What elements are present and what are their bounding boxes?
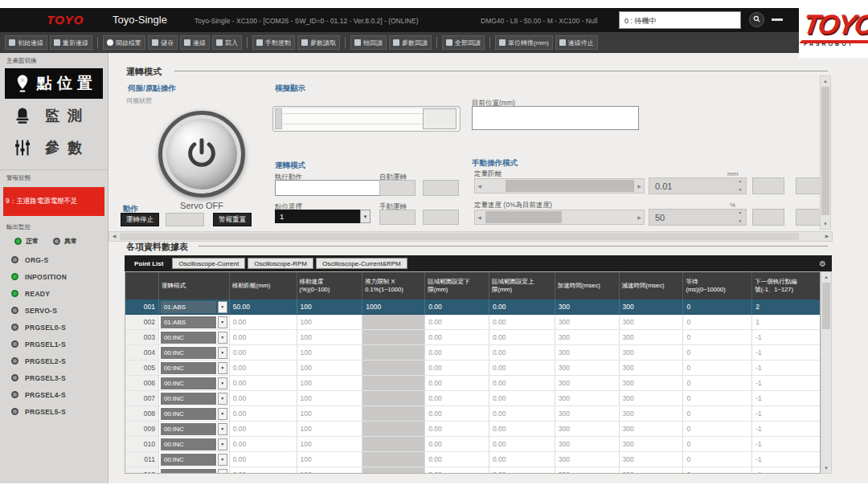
table-cell[interactable]: 0.00 [425,422,489,436]
table-cell[interactable]: 300 [555,437,620,451]
scroll-down-arrow[interactable]: ▼ [821,463,831,473]
table-cell[interactable]: 0.00 [230,422,297,436]
mode-select[interactable]: 01:ABS [161,301,216,313]
slider-thumb[interactable] [485,211,562,223]
table-cell[interactable]: 0 [683,299,752,314]
table-cell[interactable] [362,467,425,474]
table-cell[interactable]: 0.00 [489,330,555,344]
mode-dropdown-button[interactable]: ▼ [218,454,227,466]
mode-select[interactable]: 00:INC [161,393,216,405]
table-cell[interactable]: 100 [297,345,363,360]
auto-run-button-2[interactable] [423,180,459,196]
mode-select[interactable]: 00:INC [161,362,216,374]
table-cell[interactable]: -1 [752,376,820,390]
table-row[interactable]: 00700:INC▼0.001000.000.003003000-1 [125,391,820,406]
tab-point-list[interactable]: Point List [128,260,170,267]
table-cell[interactable]: 0.00 [230,376,297,390]
mode-select[interactable]: 00:INC [161,347,216,359]
toolbar-button-all-readback[interactable]: 全部回讀 [442,35,485,50]
table-cell[interactable]: 0.00 [489,422,555,436]
table-cell[interactable]: 300 [555,361,620,375]
mode-dropdown-button[interactable]: ▼ [218,393,227,405]
jog-distance-stepper[interactable]: 0.01 ▲▼ [649,177,747,194]
table-cell[interactable]: 300 [620,315,684,329]
table-cell[interactable]: -1 [752,467,820,474]
table-cell[interactable]: 0.00 [230,330,297,344]
point-select-dropdown-arrow[interactable]: ▼ [360,210,371,223]
mode-select[interactable]: 00:INC [161,408,216,420]
table-cell[interactable] [362,330,425,344]
tab-oscilloscope-current[interactable]: Oscilloscope-Current [172,258,245,269]
manual-run-button-2[interactable] [423,210,459,225]
table-cell[interactable]: 0.00 [425,315,489,329]
table-cell[interactable]: 300 [555,330,620,344]
speed-minus-button[interactable] [752,209,784,226]
table-row[interactable]: 00201:ABS▼0.001000.000.0030030001 [125,315,820,330]
table-row[interactable]: 00500:INC▼0.001000.000.003003000-1 [125,361,820,376]
toolbar-button-write[interactable]: 寫入 [212,35,242,50]
table-cell[interactable]: 0.00 [425,330,489,344]
table-row[interactable]: 00900:INC▼0.001000.000.003003000-1 [125,422,820,437]
search-button[interactable] [749,12,764,27]
table-vertical-scrollbar[interactable]: ▲ ▼ [821,271,832,474]
table-cell[interactable]: 100 [297,330,363,344]
mode-dropdown-button[interactable]: ▼ [218,423,227,435]
table-cell[interactable]: -1 [752,422,820,436]
mode-select[interactable]: 01:ABS [161,316,216,328]
table-cell[interactable]: 300 [620,467,684,474]
table-cell[interactable]: -1 [752,345,820,360]
scroll-left-arrow[interactable]: ◀ [109,232,119,241]
mode-dropdown-button[interactable]: ▼ [218,408,227,420]
table-cell[interactable]: 100 [297,452,363,467]
toolbar-button-save[interactable]: 儲存 [148,35,178,50]
table-cell[interactable]: 0.00 [425,376,489,390]
point-select-dropdown[interactable]: 1 [275,210,360,223]
stepper-arrows[interactable]: ▲▼ [736,211,744,223]
table-cell[interactable] [362,315,425,329]
mode-dropdown-button[interactable]: ▼ [218,377,227,389]
scrollbar-thumb[interactable] [821,87,829,215]
sidebar-item-monitor[interactable]: 監測 [5,100,103,131]
table-cell[interactable]: 100 [297,315,363,329]
table-cell[interactable]: 0 [683,467,752,474]
sidebar-item-parameters[interactable]: 參數 [5,132,103,163]
mode-select[interactable]: 00:INC [161,438,216,450]
table-cell[interactable]: 0 [683,361,752,375]
table-cell[interactable]: 0 [683,422,752,436]
sidebar-item-point-position[interactable]: 點位置 [5,68,103,99]
scrollbar-thumb[interactable] [120,233,799,240]
table-cell[interactable]: 1 [752,315,820,329]
table-cell[interactable]: 2 [752,299,820,314]
toolbar-button-param-read[interactable]: 參數讀取 [297,35,340,50]
table-cell[interactable]: 100 [297,361,363,375]
toolbar-button-open-file[interactable]: 開啟檔案 [103,35,145,50]
mode-dropdown-button[interactable]: ▼ [218,316,227,328]
table-cell[interactable]: 100 [297,391,363,405]
slider-thumb[interactable] [506,180,634,192]
table-cell[interactable]: 0.00 [489,452,555,467]
table-cell[interactable]: 300 [620,330,684,344]
table-cell[interactable]: 0.00 [230,361,297,375]
table-cell[interactable]: 0 [683,406,752,421]
table-cell[interactable]: -1 [752,406,820,421]
slider-right-arrow[interactable]: ▶ [635,210,644,224]
toolbar-button-init-connect[interactable]: 初始連線 [5,35,47,50]
scroll-up-arrow[interactable]: ▲ [821,76,830,86]
table-cell[interactable]: 300 [620,361,684,375]
table-cell[interactable]: 0.00 [425,437,489,451]
mode-select[interactable]: 00:INC [161,469,216,475]
table-cell[interactable]: 0.00 [230,452,297,467]
table-cell[interactable]: 300 [555,452,620,467]
table-cell[interactable]: 300 [620,422,684,436]
table-cell[interactable]: 300 [620,299,684,314]
table-cell[interactable]: 0.00 [489,437,555,451]
table-cell[interactable]: 300 [555,299,620,314]
mode-dropdown-button[interactable]: ▼ [218,301,227,313]
table-row[interactable]: 00800:INC▼0.001000.000.003003000-1 [125,406,820,422]
table-cell[interactable]: 0.00 [230,391,297,405]
table-cell[interactable]: 300 [555,406,620,421]
mode-dropdown-button[interactable]: ▼ [218,362,227,374]
table-cell[interactable] [362,422,425,436]
table-cell[interactable]: 300 [620,391,684,405]
tab-oscilloscope-current-rpm[interactable]: Oscilloscope-Current&RPM [316,258,407,269]
